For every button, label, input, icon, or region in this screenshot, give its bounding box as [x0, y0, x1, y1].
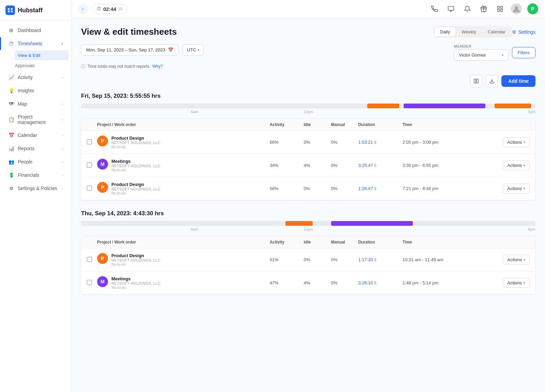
- settings-gear-icon: ⚙: [512, 29, 516, 35]
- back-button[interactable]: ←: [78, 4, 88, 14]
- users-icon: 👥: [8, 159, 14, 165]
- timezone-selector[interactable]: UTC ▾: [183, 44, 204, 56]
- clock-icon: ⏱: [8, 41, 14, 47]
- sidebar-item-dashboard[interactable]: ⊞ Dashboard: [3, 24, 68, 37]
- sidebar-item-map[interactable]: 🗺 Map ›: [3, 97, 68, 110]
- duration-dollar-icon: $: [373, 281, 376, 285]
- timer-badge[interactable]: ⏱ 02:44 15: [92, 4, 127, 14]
- table-header-cell-7: [489, 122, 530, 127]
- row-checkbox[interactable]: [87, 257, 97, 263]
- actions-button[interactable]: Actions▾: [503, 278, 530, 288]
- gift-icon-button[interactable]: [478, 3, 489, 14]
- project-cell: PProduct DesignNETSOFT HOLDINGS, LLCNo-t…: [97, 253, 270, 266]
- app-container: Hubstaff ⊞ Dashboard ⏱ Timesheets ▾ View…: [0, 0, 545, 392]
- member-selector[interactable]: Victor Gomes ▾: [454, 49, 509, 61]
- grid-icon: ⊞: [8, 27, 14, 33]
- sidebar-item-reports[interactable]: 📊 Reports ›: [3, 142, 68, 155]
- dollar-icon: 💲: [8, 172, 14, 178]
- map-icon: 🗺: [8, 101, 14, 107]
- time-range: 7:21 pm - 8:48 pm: [403, 186, 489, 191]
- sidebar-item-project-management[interactable]: 📋 Project management ›: [3, 111, 68, 128]
- actions-button[interactable]: Actions▾: [503, 255, 530, 265]
- clipboard-icon: 📋: [8, 116, 14, 123]
- sidebar-item-settings-policies[interactable]: ⚙ Settings & Policies ›: [3, 182, 68, 195]
- svg-rect-0: [5, 5, 15, 15]
- project-company: NETSOFT HOLDINGS, LLC: [111, 141, 160, 145]
- chevron-right-icon-4: ›: [62, 134, 63, 137]
- topbar-right: P: [429, 3, 538, 14]
- timeline-label-6am: 6am: [191, 110, 198, 114]
- timeline-label-12pm: 12pm: [303, 227, 313, 231]
- project-tag: No-to-do: [111, 145, 160, 149]
- project-info: MeetingsNETSOFT HOLDINGS, LLCNo-to-do: [111, 276, 160, 289]
- tab-calendar[interactable]: Calendar: [482, 27, 511, 36]
- table-header: Project / Work orderActivityIdleManualDu…: [81, 119, 535, 131]
- toolbar-right: Add time: [81, 75, 535, 87]
- activity-value: 51%: [270, 257, 304, 262]
- timer-value: 02:44: [103, 6, 116, 12]
- row-checkbox[interactable]: [87, 162, 97, 169]
- tab-daily[interactable]: Daily: [435, 27, 455, 36]
- why-link[interactable]: Why?: [152, 64, 163, 69]
- actions-chevron-icon: ▾: [524, 281, 525, 285]
- sidebar-item-timesheets[interactable]: ⏱ Timesheets ▾: [3, 37, 68, 50]
- actions-button[interactable]: Actions▾: [503, 160, 530, 170]
- settings-icon: ⚙: [8, 185, 14, 191]
- duration-value: 1:17:20 $: [358, 257, 403, 262]
- project-name: Product Design: [111, 136, 160, 141]
- timeline-segment-purple: [404, 104, 485, 108]
- monitor-icon-button[interactable]: [446, 3, 456, 14]
- actions-button[interactable]: Actions▾: [503, 137, 530, 147]
- day-section-0: Fri, Sep 15, 2023: 5:55:55 hrs6am12pm6pm…: [81, 93, 535, 201]
- sidebar-sub-item-approvals[interactable]: Approvals: [15, 61, 68, 70]
- actions-button[interactable]: Actions▾: [503, 184, 530, 193]
- sidebar-item-activity[interactable]: 📈 Activity ›: [3, 71, 68, 84]
- svg-rect-9: [498, 10, 500, 12]
- tab-weekly[interactable]: Weekly: [456, 27, 481, 36]
- user-initial-badge[interactable]: P: [527, 3, 538, 14]
- row-checkbox[interactable]: [87, 139, 97, 145]
- add-time-button[interactable]: Add time: [501, 75, 535, 87]
- download-button[interactable]: [486, 75, 498, 87]
- grid-apps-icon-button[interactable]: [495, 3, 505, 14]
- day-title: Fri, Sep 15, 2023: 5:55:55 hrs: [81, 93, 535, 99]
- sidebar-nav: ⊞ Dashboard ⏱ Timesheets ▾ View & Edit A…: [0, 21, 71, 392]
- sidebar-item-financials[interactable]: 💲 Financials ›: [3, 169, 68, 182]
- filters-button[interactable]: Filters: [512, 47, 535, 58]
- actions-label: Actions: [507, 257, 522, 262]
- time-range: 10:31 am - 11:49 am: [403, 257, 489, 262]
- actions-chevron-icon: ▾: [524, 258, 525, 262]
- project-company: NETSOFT HOLDINGS, LLC: [111, 164, 160, 168]
- table-row: PProduct DesignNETSOFT HOLDINGS, LLCNo-t…: [81, 248, 535, 271]
- timeline-segment-purple: [331, 221, 413, 226]
- actions-cell: Actions▾: [489, 255, 530, 265]
- back-arrow-icon: ←: [81, 6, 85, 12]
- view-tab-group: Daily Weekly Calendar: [434, 26, 512, 37]
- table-header-cell-3: Idle: [304, 240, 331, 245]
- project-name: Product Design: [111, 182, 160, 187]
- bell-icon-button[interactable]: [462, 3, 473, 14]
- columns-toggle-button[interactable]: [470, 75, 482, 87]
- settings-link[interactable]: ⚙ Settings: [512, 29, 535, 35]
- sidebar-item-people[interactable]: 👥 People ›: [3, 155, 68, 168]
- day-section-1: Thu, Sep 14, 2023: 4:43:30 hrs6am12pm6pm…: [81, 210, 535, 295]
- content-area: View & edit timesheets Daily Weekly Cale…: [72, 18, 545, 392]
- lightbulb-icon: 💡: [8, 88, 14, 94]
- sidebar-item-insights[interactable]: 💡 Insights: [3, 84, 68, 97]
- date-range-picker[interactable]: Mon, Sep 11, 2023 – Sun, Sep 17, 2023 📅: [81, 44, 178, 56]
- svg-rect-7: [501, 6, 503, 9]
- row-checkbox[interactable]: [87, 186, 97, 192]
- chevron-right-icon-8: ›: [62, 187, 63, 190]
- chevron-right-icon-6: ›: [62, 160, 63, 164]
- bar-chart-icon: 📈: [8, 74, 14, 80]
- actions-label: Actions: [507, 186, 522, 191]
- table-header-cell-2: Activity: [270, 122, 304, 127]
- actions-cell: Actions▾: [489, 160, 530, 170]
- chevron-right-icon-2: ›: [62, 102, 63, 106]
- sidebar-sub-item-view-edit[interactable]: View & Edit: [15, 50, 68, 60]
- row-checkbox[interactable]: [87, 280, 97, 286]
- sidebar-item-calendar[interactable]: 📅 Calendar ›: [3, 129, 68, 142]
- table-header-cell-4: Manual: [331, 240, 358, 245]
- user-avatar[interactable]: [511, 3, 522, 14]
- phone-icon-button[interactable]: [429, 3, 440, 14]
